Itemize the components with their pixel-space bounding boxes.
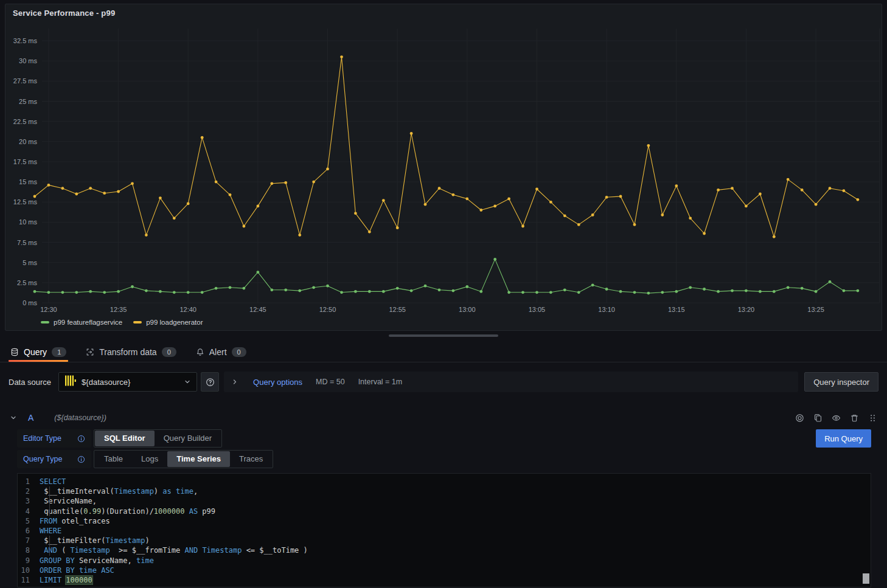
query-editor: Editor Type SQL EditorQuery Builder Run … (0, 427, 887, 587)
chevron-right-icon[interactable] (231, 378, 238, 386)
grafana-query-editor-page: { "panel": { "title": "Service Performan… (0, 0, 887, 588)
interval-stat: Interval = 1m (358, 378, 403, 386)
sql-line-4[interactable]: 4 quantile(0.99)(Duration)/1000000 AS p9… (18, 507, 871, 516)
line-number: 9 (18, 556, 40, 566)
line-number: 5 (18, 516, 40, 526)
process-icon (86, 348, 94, 356)
tab-alert[interactable]: Alert0 (194, 342, 248, 362)
legend-item-p99-loadgenerator[interactable]: p99 loadgenerator (133, 319, 203, 326)
sql-line-7[interactable]: 7 $__timeFilter(Timestamp) (18, 536, 871, 545)
info-icon[interactable] (77, 455, 85, 463)
svg-text:27.5 ms: 27.5 ms (13, 77, 38, 85)
clickhouse-icon (64, 375, 77, 389)
datasource-toolbar: Data source ${datasource} Query options … (0, 371, 887, 393)
sql-line-2[interactable]: 2 $__timeInterval(Timestamp) as time, (18, 486, 871, 496)
query-inspector-button[interactable]: Query inspector (804, 372, 878, 392)
svg-text:12:55: 12:55 (389, 306, 406, 313)
datasource-picker[interactable]: ${datasource} (58, 372, 197, 392)
svg-text:13:10: 13:10 (598, 306, 615, 313)
tab-count-badge: 0 (162, 347, 176, 357)
sql-code-editor[interactable]: 1SELECT2 $__timeInterval(Timestamp) as t… (17, 473, 871, 587)
sql-line-6[interactable]: 6WHERE (18, 526, 871, 536)
sql-line-10[interactable]: 10ORDER BY time ASC (18, 566, 871, 575)
copy-icon[interactable] (813, 413, 823, 423)
line-number: 11 (18, 575, 40, 585)
query-type-label-text: Query Type (23, 455, 62, 463)
legend-item-p99-featureflagservice[interactable]: p99 featureflagservice (41, 319, 122, 326)
legend-swatch (133, 321, 142, 323)
indent-guide (49, 486, 50, 496)
max-datapoints-stat: MD = 50 (316, 378, 345, 386)
line-number: 4 (18, 507, 40, 516)
sql-line-11[interactable]: 11LIMIT 100000 (18, 575, 871, 585)
svg-text:13:25: 13:25 (807, 306, 824, 313)
svg-text:32.5 ms: 32.5 ms (13, 37, 38, 44)
query-options-link[interactable]: Query options (253, 378, 302, 387)
svg-text:0 ms: 0 ms (23, 299, 37, 306)
query-type-option-time-series[interactable]: Time Series (167, 451, 230, 467)
datasource-help-button[interactable] (201, 372, 219, 392)
line-number: 2 (18, 486, 40, 496)
query-type-option-logs[interactable]: Logs (132, 451, 167, 467)
series-line-p99-loadgenerator (35, 57, 858, 237)
panel-resize-handle[interactable] (389, 334, 498, 337)
query-row-header: A (${datasource}) (0, 409, 887, 427)
legend-label: p99 loadgenerator (146, 319, 203, 326)
panel-title[interactable]: Service Performance - p99 (5, 4, 882, 20)
database-icon (10, 348, 19, 356)
line-number: 1 (18, 477, 40, 486)
datasource-value: ${datasource} (82, 378, 179, 387)
svg-text:12:40: 12:40 (179, 306, 197, 313)
editor-scrollbar-thumb[interactable] (863, 573, 869, 584)
chart-canvas: 0 ms2.5 ms5 ms7.5 ms10 ms12.5 ms15 ms17.… (5, 20, 882, 316)
indent-guide (49, 536, 50, 545)
collapse-chevron-icon[interactable] (10, 414, 17, 421)
series-line-p99-featureflagservice (35, 259, 858, 293)
line-number: 6 (18, 526, 40, 536)
drag-handle-icon[interactable] (868, 413, 877, 423)
svg-text:5 ms: 5 ms (23, 259, 37, 266)
editor-type-option-sql-editor[interactable]: SQL Editor (95, 431, 155, 446)
svg-text:25 ms: 25 ms (19, 98, 37, 105)
svg-text:13:05: 13:05 (529, 306, 546, 313)
chevron-down-icon (184, 378, 191, 386)
query-type-row: Query Type TableLogsTime SeriesTraces (17, 450, 871, 468)
indent-guide (49, 507, 50, 516)
indent-guide (49, 496, 50, 506)
run-query-button[interactable]: Run Query (816, 429, 871, 448)
tab-transform-data[interactable]: Transform data0 (84, 342, 178, 362)
line-number: 7 (18, 536, 40, 545)
line-number: 3 (18, 496, 40, 506)
trash-icon[interactable] (850, 413, 859, 423)
editor-type-label-text: Editor Type (23, 434, 61, 443)
svg-text:13:00: 13:00 (459, 306, 476, 313)
query-ref-id[interactable]: A (28, 413, 33, 423)
tab-count-badge: 0 (232, 347, 246, 357)
query-type-option-table[interactable]: Table (95, 451, 132, 467)
indent-guide (49, 545, 50, 555)
sql-line-5[interactable]: 5FROM otel_traces (18, 516, 871, 526)
query-datasource-ref: (${datasource}) (54, 413, 106, 422)
sql-line-3[interactable]: 3 ServiceName, (18, 496, 871, 506)
info-icon[interactable] (77, 435, 85, 443)
chart-panel: Service Performance - p99 0 ms2.5 ms5 ms… (5, 4, 882, 331)
time-series-chart[interactable]: 0 ms2.5 ms5 ms7.5 ms10 ms12.5 ms15 ms17.… (5, 20, 882, 316)
query-type-option-traces[interactable]: Traces (230, 451, 272, 467)
query-options-strip: Query options MD = 50 Interval = 1m (224, 372, 798, 392)
sql-line-1[interactable]: 1SELECT (18, 477, 871, 486)
svg-text:17.5 ms: 17.5 ms (13, 158, 38, 165)
bell-icon (196, 348, 204, 356)
eye-icon[interactable] (832, 413, 841, 423)
editor-type-row: Editor Type SQL EditorQuery Builder Run … (17, 429, 871, 448)
editor-type-option-query-builder[interactable]: Query Builder (155, 431, 221, 446)
svg-text:2.5 ms: 2.5 ms (17, 279, 38, 286)
svg-text:12:30: 12:30 (40, 306, 57, 313)
sql-line-8[interactable]: 8 AND ( Timestamp >= $__fromTime AND Tim… (18, 545, 871, 555)
tab-query[interactable]: Query1 (9, 342, 68, 362)
query-tabs-bar: Query1Transform data0Alert0 (0, 342, 887, 362)
legend-label: p99 featureflagservice (54, 319, 122, 326)
sql-line-9[interactable]: 9GROUP BY ServiceName, time (18, 556, 871, 566)
record-icon[interactable] (795, 413, 804, 423)
svg-text:12.5 ms: 12.5 ms (13, 198, 38, 206)
line-number: 8 (18, 545, 40, 555)
